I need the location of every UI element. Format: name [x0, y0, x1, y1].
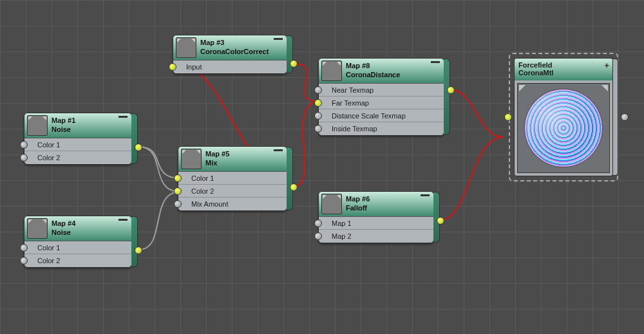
node-header[interactable]: Map #3 CoronaColorCorrect: [173, 35, 287, 60]
swatch-icon: [321, 60, 342, 81]
slot-row[interactable]: Map 1: [319, 217, 433, 230]
swatch-icon: [321, 194, 342, 214]
node-map5[interactable]: Map #5 Mix Color 1 Color 2 Mix Amount: [178, 146, 287, 211]
slot-label: Color 2: [37, 257, 60, 264]
input-port[interactable]: [314, 232, 322, 240]
node-header[interactable]: Map #8 CoronaDistance: [319, 59, 444, 84]
node-title: Map #5: [205, 149, 229, 158]
slot-row[interactable]: Near Texmap: [319, 84, 444, 97]
slot-row[interactable]: Color 1: [24, 241, 131, 254]
node-output-tab[interactable]: [131, 113, 138, 164]
input-port[interactable]: [20, 257, 28, 264]
slot-label: Map 1: [332, 219, 352, 227]
node-map8[interactable]: Map #8 CoronaDistance Near Texmap Far Te…: [318, 58, 444, 136]
slot-row[interactable]: Far Texmap: [319, 97, 444, 109]
slot-label: Color 1: [37, 141, 60, 149]
slot-row[interactable]: Distance Scale Texmap: [319, 109, 444, 122]
material-title: Forcefield: [518, 61, 609, 69]
slot-label: Input: [186, 63, 202, 71]
node-title: Map #8: [346, 61, 400, 70]
output-port[interactable]: [621, 113, 629, 121]
node-map1[interactable]: Map #1 Noise Color 1 Color 2: [24, 113, 132, 165]
input-port[interactable]: [20, 141, 28, 149]
input-port[interactable]: [169, 63, 176, 71]
slot-label: Map 2: [332, 232, 352, 240]
node-title: Map #1: [52, 116, 75, 125]
slot-row[interactable]: Color 2: [24, 254, 131, 267]
minimize-icon[interactable]: [118, 219, 128, 223]
swatch-icon: [27, 115, 48, 136]
slot-label: Color 1: [37, 244, 60, 252]
slot-row[interactable]: Input: [173, 60, 287, 73]
node-type: CoronaDistance: [346, 70, 400, 79]
slot-row[interactable]: Inside Texmap: [319, 122, 444, 135]
node-header[interactable]: Map #6 Falloff: [319, 192, 433, 217]
material-type: CoronaMtl: [518, 69, 609, 77]
slot-row[interactable]: Color 2: [24, 151, 131, 164]
material-node[interactable]: Forcefield CoronaMtl +: [509, 53, 618, 181]
input-port[interactable]: [314, 219, 322, 227]
node-header[interactable]: Forcefield CoronaMtl +: [515, 59, 612, 80]
minimize-icon[interactable]: [274, 38, 283, 42]
swatch-icon: [27, 218, 48, 239]
minimize-icon[interactable]: [118, 116, 128, 120]
node-type: Noise: [52, 125, 75, 134]
output-port[interactable]: [437, 217, 444, 225]
slot-row[interactable]: Color 2: [178, 185, 287, 198]
minimize-icon[interactable]: [274, 149, 283, 153]
material-preview: [517, 83, 610, 173]
node-type: Mix: [205, 158, 229, 167]
output-port[interactable]: [447, 86, 455, 94]
preview-sphere-icon: [525, 89, 602, 167]
output-port[interactable]: [135, 144, 142, 151]
slot-row[interactable]: Color 1: [24, 138, 131, 151]
output-port[interactable]: [135, 246, 142, 254]
minimize-icon[interactable]: [431, 61, 440, 65]
input-port[interactable]: [20, 154, 28, 162]
node-type: Falloff: [346, 203, 370, 212]
slot-row[interactable]: Color 1: [178, 172, 287, 185]
slot-label: Mix Amount: [191, 200, 228, 208]
slot-label: Color 2: [37, 154, 60, 162]
swatch-icon: [181, 149, 202, 169]
input-port[interactable]: [174, 187, 182, 195]
minimize-icon[interactable]: [421, 194, 430, 198]
slot-label: Inside Texmap: [332, 125, 377, 133]
node-title: Map #4: [52, 219, 75, 228]
node-type: CoronaColorCorrect: [200, 47, 269, 56]
swatch-icon: [176, 37, 196, 58]
node-output-tab[interactable]: [444, 59, 450, 135]
slot-label: Near Texmap: [332, 86, 374, 94]
input-port[interactable]: [314, 112, 322, 120]
node-map3[interactable]: Map #3 CoronaColorCorrect Input: [173, 35, 287, 74]
input-port[interactable]: [314, 125, 322, 133]
node-type: Noise: [52, 228, 75, 237]
node-header[interactable]: Map #4 Noise: [24, 216, 131, 241]
node-title: Map #3: [200, 38, 269, 47]
expand-icon[interactable]: +: [604, 60, 609, 70]
node-title: Map #6: [346, 194, 370, 203]
slot-label: Distance Scale Texmap: [332, 112, 406, 120]
node-output-tab[interactable]: [287, 147, 293, 210]
input-port[interactable]: [314, 99, 322, 107]
output-port[interactable]: [290, 183, 298, 191]
slot-label: Color 1: [191, 174, 214, 182]
input-port[interactable]: [20, 244, 28, 252]
node-header[interactable]: Map #1 Noise: [24, 113, 131, 138]
node-header[interactable]: Map #5 Mix: [178, 147, 287, 172]
node-map6[interactable]: Map #6 Falloff Map 1 Map 2: [318, 191, 434, 243]
input-port[interactable]: [174, 174, 182, 182]
output-port[interactable]: [290, 60, 298, 68]
node-map4[interactable]: Map #4 Noise Color 1 Color 2: [24, 216, 132, 268]
slot-row[interactable]: Map 2: [319, 230, 433, 243]
node-output-tab[interactable]: [287, 35, 293, 73]
node-output-tab[interactable]: [612, 59, 618, 176]
slot-label: Far Texmap: [332, 99, 369, 107]
slot-row[interactable]: Mix Amount: [178, 198, 287, 210]
input-port[interactable]: [174, 200, 182, 208]
input-port[interactable]: [504, 113, 512, 121]
input-port[interactable]: [314, 86, 322, 94]
node-output-tab[interactable]: [131, 216, 138, 267]
slot-label: Color 2: [191, 187, 214, 195]
